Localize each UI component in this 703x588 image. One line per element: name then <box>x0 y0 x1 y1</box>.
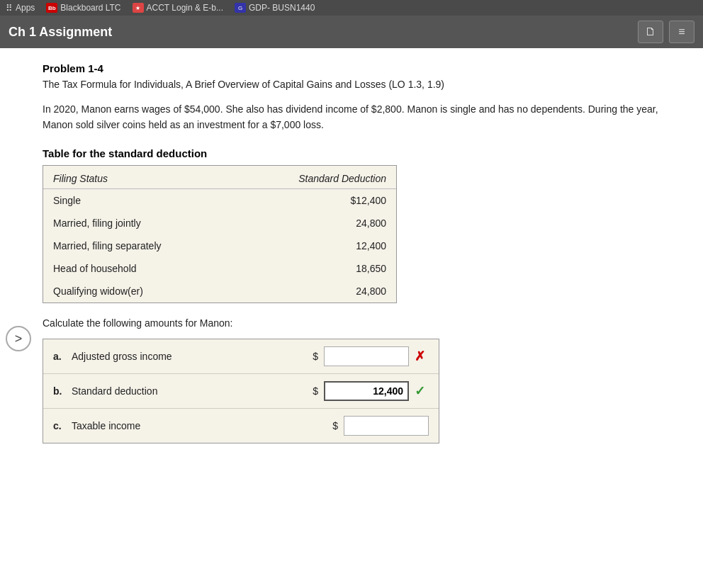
filing-status-mfj: Married, filing jointly <box>43 212 235 234</box>
dollar-sign-a: $ <box>313 351 318 362</box>
answer-row-a: a. Adjusted gross income $ ✗ <box>43 339 439 374</box>
answer-row-c: c. Taxable income $ <box>43 409 439 443</box>
correct-icon-b: ✓ <box>415 383 429 399</box>
answer-letter-c: c. <box>53 420 66 431</box>
col-filing-status-header: Filing Status <box>43 166 235 189</box>
answer-input-a[interactable] <box>324 346 409 366</box>
answer-label-c: Taxable income <box>72 420 327 431</box>
dollar-sign-c: $ <box>332 420 338 431</box>
next-arrow-button[interactable]: > <box>6 326 31 351</box>
problem-subtitle: The Tax Formula for Individuals, A Brief… <box>43 79 689 90</box>
answer-label-b: Standard deduction <box>72 385 307 397</box>
title-bar: Ch 1 Assignment 🗋 ≡ <box>0 16 703 48</box>
filing-status-qw: Qualifying widow(er) <box>43 280 235 303</box>
answer-letter-a: a. <box>53 351 66 362</box>
filing-status-hoh: Head of household <box>43 257 235 280</box>
apps-label: ⠿ Apps <box>6 3 35 13</box>
table-row: Qualifying widow(er) 24,800 <box>43 280 396 303</box>
acct-tab[interactable]: ★ ACCT Login & E-b... <box>133 3 224 13</box>
problem-body: In 2020, Manon earns wages of $54,000. S… <box>43 101 689 133</box>
gdp-favicon: G <box>235 3 246 13</box>
answer-label-a: Adjusted gross income <box>72 351 307 362</box>
wrong-icon-a: ✗ <box>415 349 429 364</box>
dollar-sign-b: $ <box>313 385 318 397</box>
browser-bar: ⠿ Apps Bb Blackboard LTC ★ ACCT Login & … <box>0 0 703 16</box>
answer-input-table: a. Adjusted gross income $ ✗ b. Standard… <box>43 339 439 443</box>
deduction-mfs: 12,400 <box>235 234 396 257</box>
page-view-button-1[interactable]: 🗋 <box>638 21 663 43</box>
page-title: Ch 1 Assignment <box>9 25 632 40</box>
table-row: Head of household 18,650 <box>43 257 396 280</box>
blackboard-favicon: Bb <box>46 3 57 13</box>
page-view-button-2[interactable]: ≡ <box>669 21 694 43</box>
col-standard-deduction-header: Standard Deduction <box>235 166 396 189</box>
answer-letter-b: b. <box>53 385 66 397</box>
answer-input-b[interactable] <box>324 381 409 401</box>
table-row: Single $12,400 <box>43 188 396 212</box>
calculate-label: Calculate the following amounts for Mano… <box>43 317 689 329</box>
blackboard-tab[interactable]: Bb Blackboard LTC <box>46 3 120 13</box>
filing-status-single: Single <box>43 188 235 212</box>
problem-number: Problem 1-4 <box>43 62 689 74</box>
answer-row-b: b. Standard deduction $ ✓ <box>43 374 439 409</box>
filing-status-mfs: Married, filing separately <box>43 234 235 257</box>
deduction-single: $12,400 <box>235 188 396 212</box>
standard-deduction-table: Filing Status Standard Deduction Single … <box>43 165 397 303</box>
gdp-tab[interactable]: G GDP- BUSN1440 <box>235 3 315 13</box>
table-row: Married, filing jointly 24,800 <box>43 212 396 234</box>
answer-input-c[interactable] <box>344 416 429 436</box>
table-row: Married, filing separately 12,400 <box>43 234 396 257</box>
deduction-hoh: 18,650 <box>235 257 396 280</box>
acct-favicon: ★ <box>133 3 144 13</box>
main-content: > Problem 1-4 The Tax Formula for Indivi… <box>0 48 703 588</box>
table-title: Table for the standard deduction <box>43 147 689 159</box>
deduction-mfj: 24,800 <box>235 212 396 234</box>
table-header-row: Filing Status Standard Deduction <box>43 166 396 189</box>
deduction-qw: 24,800 <box>235 280 396 303</box>
